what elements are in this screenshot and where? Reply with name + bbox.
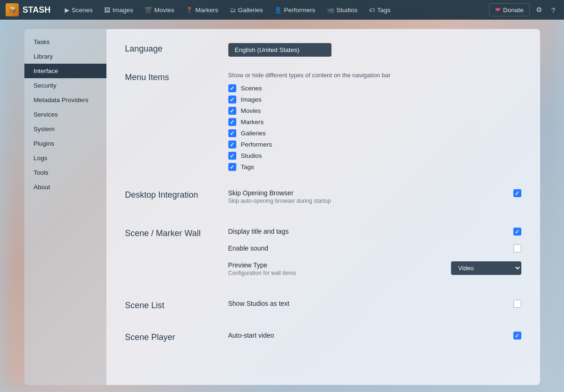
checkbox-studios[interactable]: ✓ (228, 152, 236, 160)
checkbox-performers[interactable]: ✓ (228, 141, 236, 148)
sidebar-item-tools[interactable]: Tools (24, 165, 106, 180)
check-scenes: ✓ (230, 85, 234, 92)
nav-markers-label: Markers (196, 7, 218, 14)
check-performers: ✓ (230, 141, 234, 148)
checkbox-tags[interactable]: ✓ (228, 163, 236, 171)
menu-item-scenes: ✓ Scenes (228, 84, 521, 92)
enable-sound-control (513, 244, 521, 252)
display-title-tags-control: ✓ (513, 228, 521, 236)
show-studios-text-label-container: Show Studios as text (228, 300, 504, 308)
main-container: Tasks Library Interface Security Metadat… (24, 29, 540, 385)
skip-browser-sublabel: Skip auto-opening browser during startup (228, 198, 504, 204)
scene-player-title: Scene Player (125, 332, 228, 342)
enable-sound-row: Enable sound (228, 244, 521, 253)
sidebar-item-plugins[interactable]: Plugins (24, 136, 106, 151)
donate-label: Donate (503, 7, 524, 14)
sidebar-item-system[interactable]: System (24, 122, 106, 136)
language-section: Language English (United States) (125, 43, 521, 57)
label-performers[interactable]: Performers (241, 141, 272, 148)
display-title-tags-row: Display title and tags ✓ (228, 228, 521, 236)
performers-icon: 👤 (274, 7, 282, 14)
scene-player-section: Scene Player Auto-start video ✓ (125, 332, 521, 348)
preview-type-label-container: Preview Type Configuration for wall item… (228, 261, 442, 276)
menu-item-studios: ✓ Studios (228, 152, 521, 160)
checkbox-images[interactable]: ✓ (228, 96, 236, 104)
preview-type-sublabel: Configuration for wall items (228, 270, 442, 276)
sidebar-item-services[interactable]: Services (24, 107, 106, 122)
language-content: English (United States) (228, 43, 521, 57)
nav-performers[interactable]: 👤 Performers (270, 4, 320, 16)
label-studios[interactable]: Studios (241, 152, 262, 159)
menu-items-section: Menu Items Show or hide different types … (125, 72, 521, 174)
label-images[interactable]: Images (241, 96, 262, 103)
sidebar-item-security[interactable]: Security (24, 78, 106, 93)
label-tags[interactable]: Tags (241, 163, 255, 170)
check-images: ✓ (230, 96, 234, 103)
menu-item-markers: ✓ Markers (228, 118, 521, 126)
checkbox-enable-sound[interactable] (513, 244, 521, 252)
nav-tags[interactable]: 🏷 Tags (364, 4, 396, 16)
label-galleries[interactable]: Galleries (241, 130, 266, 137)
settings-icon[interactable]: ⚙ (533, 3, 545, 16)
scene-player-content: Auto-start video ✓ (228, 332, 521, 348)
language-select[interactable]: English (United States) (228, 43, 331, 57)
scene-marker-wall-section: Scene / Marker Wall Display title and ta… (125, 228, 521, 285)
check-tags: ✓ (230, 164, 234, 170)
menu-item-galleries: ✓ Galleries (228, 129, 521, 137)
heart-icon: ❤ (495, 6, 501, 14)
nav-performers-label: Performers (284, 7, 316, 14)
images-icon: 🖼 (104, 7, 110, 14)
sidebar-item-logs[interactable]: Logs (24, 151, 106, 165)
nav-studios-label: Studios (337, 7, 358, 14)
show-studios-text-label: Show Studios as text (228, 300, 504, 307)
display-title-tags-label-container: Display title and tags (228, 228, 504, 236)
scene-list-content: Show Studios as text (228, 300, 521, 317)
check-markers: ✓ (230, 119, 234, 126)
checkbox-skip-browser[interactable]: ✓ (513, 189, 521, 197)
checkbox-scenes[interactable]: ✓ (228, 84, 236, 92)
donate-button[interactable]: ❤ Donate (489, 3, 530, 16)
checkbox-galleries[interactable]: ✓ (228, 129, 236, 137)
label-scenes[interactable]: Scenes (241, 85, 262, 92)
desktop-integration-title: Desktop Integration (125, 189, 228, 200)
preview-type-select[interactable]: Video Image Animated (451, 261, 521, 275)
skip-browser-row: Skip Opening Browser Skip auto-opening b… (228, 189, 521, 204)
help-icon[interactable]: ? (548, 4, 558, 16)
nav-movies-label: Movies (154, 7, 174, 14)
nav-images[interactable]: 🖼 Images (99, 4, 138, 16)
nav-movies[interactable]: 🎬 Movies (140, 4, 179, 16)
brand-name: STASH (23, 5, 51, 15)
sidebar-item-library[interactable]: Library (24, 49, 106, 64)
menu-item-performers: ✓ Performers (228, 141, 521, 148)
nav-galleries[interactable]: 🗂 Galleries (225, 4, 268, 16)
navbar-right: ❤ Donate ⚙ ? (489, 3, 558, 16)
sidebar-item-interface[interactable]: Interface (24, 64, 106, 78)
sidebar-item-metadata-providers[interactable]: Metadata Providers (24, 93, 106, 107)
check-studios: ✓ (230, 153, 234, 159)
nav-scenes[interactable]: ▶ Scenes (60, 4, 98, 16)
sidebar-item-tasks[interactable]: Tasks (24, 35, 106, 49)
menu-item-images: ✓ Images (228, 96, 521, 104)
scene-marker-wall-title: Scene / Marker Wall (125, 228, 228, 238)
label-markers[interactable]: Markers (241, 118, 264, 126)
check-display-title-tags: ✓ (515, 229, 519, 235)
nav-markers[interactable]: 📍 Markers (181, 4, 223, 16)
check-movies: ✓ (230, 108, 234, 114)
scene-list-section: Scene List Show Studios as text (125, 300, 521, 317)
nav-images-label: Images (113, 7, 133, 14)
label-movies[interactable]: Movies (241, 107, 261, 114)
checkbox-show-studios-text[interactable] (513, 300, 521, 308)
checkbox-movies[interactable]: ✓ (228, 107, 236, 115)
check-auto-start-video: ✓ (515, 333, 519, 339)
nav-studios[interactable]: 📹 Studios (322, 4, 362, 16)
galleries-icon: 🗂 (230, 7, 236, 14)
show-studios-text-row: Show Studios as text (228, 300, 521, 308)
preview-type-label: Preview Type (228, 261, 442, 269)
sidebar-item-about[interactable]: About (24, 180, 106, 194)
brand[interactable]: 📦 STASH (6, 3, 51, 16)
preview-type-row: Preview Type Configuration for wall item… (228, 261, 521, 276)
check-skip-browser: ✓ (515, 190, 519, 197)
checkbox-auto-start-video[interactable]: ✓ (513, 332, 521, 340)
checkbox-display-title-tags[interactable]: ✓ (513, 228, 521, 236)
checkbox-markers[interactable]: ✓ (228, 118, 236, 126)
